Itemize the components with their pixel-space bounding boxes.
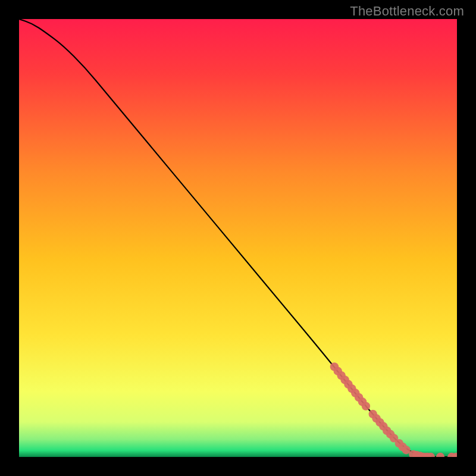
plot-area xyxy=(19,19,457,457)
attribution-text: TheBottleneck.com xyxy=(350,4,464,19)
chart-frame: TheBottleneck.com xyxy=(0,0,476,476)
gradient-background xyxy=(19,19,457,457)
data-point xyxy=(362,402,370,410)
chart-svg xyxy=(19,19,457,457)
